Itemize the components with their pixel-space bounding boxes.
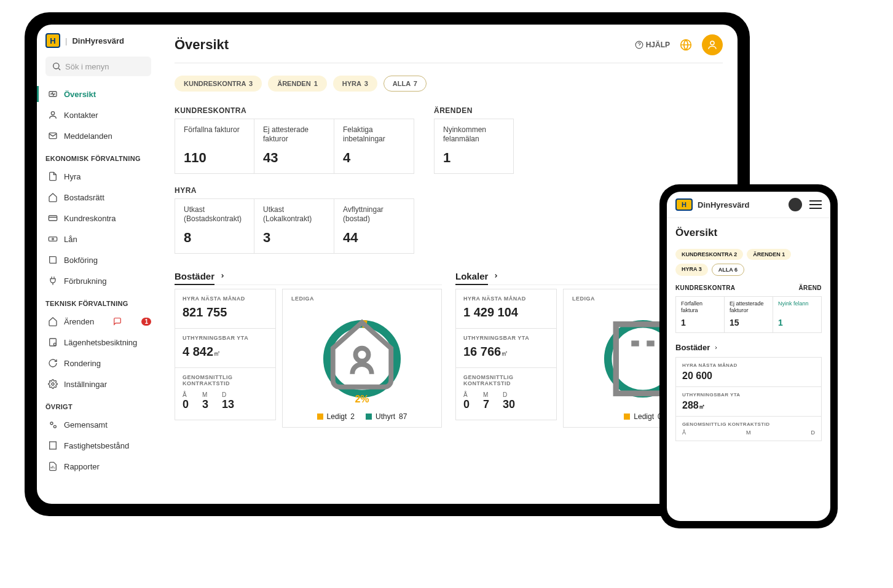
mini-card-yta[interactable]: UTHYRNINGSBAR YTA 4 842㎡	[175, 329, 276, 368]
mini-card-hyra[interactable]: HYRA NÄSTA MÅNAD 821 755	[175, 289, 276, 329]
group-title: HYRA	[175, 186, 723, 195]
book-icon	[48, 255, 58, 265]
avatar-button[interactable]	[789, 198, 802, 211]
sidebar-item-arenden[interactable]: Ärenden 1	[37, 311, 160, 332]
stat-card[interactable]: Felaktiga inbetalningar4	[334, 119, 414, 174]
chip-alla[interactable]: ALLA 6	[712, 264, 744, 276]
search-icon	[52, 61, 61, 71]
panel-title[interactable]: Bostäder	[175, 271, 442, 285]
chip-arenden[interactable]: ÄRENDEN 1	[747, 249, 791, 260]
stat-card[interactable]: Ej attesterade fakturor43	[254, 119, 334, 174]
contact-icon	[48, 110, 58, 120]
sidebar-item-installningar[interactable]: Inställningar	[37, 374, 160, 394]
tablet-device-frame: H | DinHyresvärd Sök i menyn Översikt Ko…	[25, 12, 750, 516]
help-label: HJÄLP	[646, 41, 670, 49]
sidebar-item-rapporter[interactable]: Rapporter	[37, 456, 160, 477]
sidebar-item-meddelanden[interactable]: Meddelanden	[37, 125, 160, 146]
mini-card-kontrakt[interactable]: GENOMSNITTLIG KONTRAKTSTID Å M D	[675, 417, 822, 441]
sidebar-item-label: Bostadsrätt	[64, 193, 104, 202]
badge-count: 1	[141, 318, 151, 326]
message-icon	[48, 131, 58, 141]
chip-alla[interactable]: ALLA 7	[384, 76, 427, 92]
stat-card[interactable]: Förfallen faktura1	[675, 296, 725, 333]
avatar-button[interactable]	[702, 34, 723, 55]
svg-point-13	[53, 425, 56, 428]
sidebar: H | DinHyresvärd Sök i menyn Översikt Ko…	[37, 25, 160, 504]
sidebar-item-label: Bokföring	[64, 256, 98, 265]
sidebar-item-kontakter[interactable]: Kontakter	[37, 104, 160, 125]
sidebar-item-fastighetsbestand[interactable]: Fastighetsbestånd	[37, 435, 160, 456]
sidebar-item-lan[interactable]: Lån	[37, 229, 160, 249]
filter-chips: KUNDRESKONTRA 3 ÄRENDEN 1 HYRA 3 ALLA 7	[175, 76, 723, 92]
sidebar-item-label: Kontakter	[64, 111, 98, 120]
group-title: KUNDRESKONTRA	[175, 106, 414, 115]
sidebar-item-label: Ärenden	[64, 317, 94, 326]
sidebar-item-bokforing[interactable]: Bokföring	[37, 249, 160, 270]
chip-hyra[interactable]: HYRA 3	[675, 264, 708, 276]
stat-card[interactable]: Förfallna fakturor110	[175, 119, 254, 174]
page-title: Översikt	[675, 227, 822, 239]
stat-card[interactable]: Utkast (Bostadskontrakt)8	[175, 198, 254, 254]
sidebar-section-econ: EKONOMISK FÖRVALTNING	[37, 146, 160, 166]
legend-swatch-ledigt	[317, 414, 323, 420]
mini-card-yta[interactable]: UTHYRNINGSBAR YTA 16 766㎡	[455, 329, 557, 368]
card-icon	[48, 213, 58, 223]
sidebar-item-label: Gemensamt	[64, 420, 108, 429]
chip-kundreskontra[interactable]: KUNDRESKONTRA 2	[675, 249, 743, 260]
chip-arenden[interactable]: ÄRENDEN 1	[268, 76, 327, 92]
help-link[interactable]: HJÄLP	[635, 41, 670, 49]
group-kundreskontra: KUNDRESKONTRA Förfallna fakturor110 Ej a…	[175, 106, 414, 174]
stat-card[interactable]: Utkast (Lokalkontrakt)3	[254, 198, 334, 254]
panel-lediga: LEDIGA 2%	[282, 289, 442, 428]
sidebar-item-oversikt[interactable]: Översikt	[37, 84, 160, 104]
donut-percent: 2%	[355, 394, 369, 405]
sidebar-item-label: Förbrukning	[64, 276, 106, 286]
chevron-right-icon	[714, 345, 718, 350]
stat-card[interactable]: Nyinkommen felanmälan1	[434, 119, 514, 174]
mini-card-hyra[interactable]: HYRA NÄSTA MÅNAD 20 600	[675, 357, 822, 387]
globe-icon[interactable]	[680, 39, 692, 51]
phone-section-arenden: ÄREND	[798, 284, 822, 291]
refresh-icon	[48, 358, 58, 368]
hamburger-icon[interactable]	[809, 200, 822, 209]
mini-card-yta[interactable]: UTHYRNINGSBAR YTA 288㎡	[675, 387, 822, 417]
sidebar-item-bostadsratt[interactable]: Bostadsrätt	[37, 187, 160, 208]
report-icon	[48, 461, 58, 471]
sidebar-item-label: Meddelanden	[64, 131, 112, 141]
help-icon	[635, 41, 643, 49]
chip-kundreskontra[interactable]: KUNDRESKONTRA 3	[175, 76, 262, 92]
phone-panel-title[interactable]: Bostäder	[675, 343, 822, 352]
svg-rect-5	[49, 216, 57, 221]
sidebar-item-forbrukning[interactable]: Förbrukning	[37, 270, 160, 291]
chevron-right-icon	[493, 273, 499, 279]
mini-card-hyra[interactable]: HYRA NÄSTA MÅNAD 1 429 104	[455, 289, 557, 329]
chart-legend: Ledigt 2 Uthyrt 87	[317, 412, 407, 421]
sidebar-item-lagenhetsbesiktning[interactable]: Lägenhetsbesiktning	[37, 332, 160, 353]
group-title: ÄRENDEN	[434, 106, 514, 115]
panel-bostader: Bostäder HYRA NÄSTA MÅNAD 821 755 UTHYRN…	[175, 271, 442, 428]
brand-name: DinHyresvärd	[698, 200, 750, 210]
document-icon	[48, 171, 58, 181]
chip-hyra[interactable]: HYRA 3	[333, 76, 377, 92]
stat-card[interactable]: Nyink felann1	[773, 296, 822, 333]
sidebar-item-hyra[interactable]: Hyra	[37, 166, 160, 187]
chevron-right-icon	[219, 273, 226, 279]
phone-screen: H DinHyresvärd Översikt KUNDRESKONTRA 2 …	[667, 192, 830, 521]
sidebar-item-kundreskontra[interactable]: Kundreskontra	[37, 208, 160, 229]
sidebar-item-label: Hyra	[64, 172, 81, 181]
home-user-icon	[316, 313, 408, 390]
logo-icon: H	[45, 33, 60, 48]
sidebar-item-gemensamt[interactable]: Gemensamt	[37, 414, 160, 435]
mini-card-kontrakt[interactable]: GENOMSNITTLIG KONTRAKTSTID Å0 M7 D30	[455, 368, 557, 420]
header-actions: HJÄLP	[635, 34, 723, 55]
brand-name: DinHyresvärd	[72, 36, 124, 45]
search-input[interactable]: Sök i menyn	[45, 57, 151, 76]
svg-rect-7	[49, 237, 57, 241]
mini-card-kontrakt[interactable]: GENOMSNITTLIG KONTRAKTSTID Å0 M3 D13	[175, 368, 276, 420]
stat-card[interactable]: Avflyttningar (bostad)44	[334, 198, 414, 254]
svg-point-11	[52, 383, 54, 385]
stat-card[interactable]: Ej attesterade fakturor15	[725, 296, 773, 333]
plug-icon	[48, 276, 58, 286]
sidebar-item-rondering[interactable]: Rondering	[37, 353, 160, 374]
main-header: Översikt HJÄLP	[175, 34, 723, 63]
